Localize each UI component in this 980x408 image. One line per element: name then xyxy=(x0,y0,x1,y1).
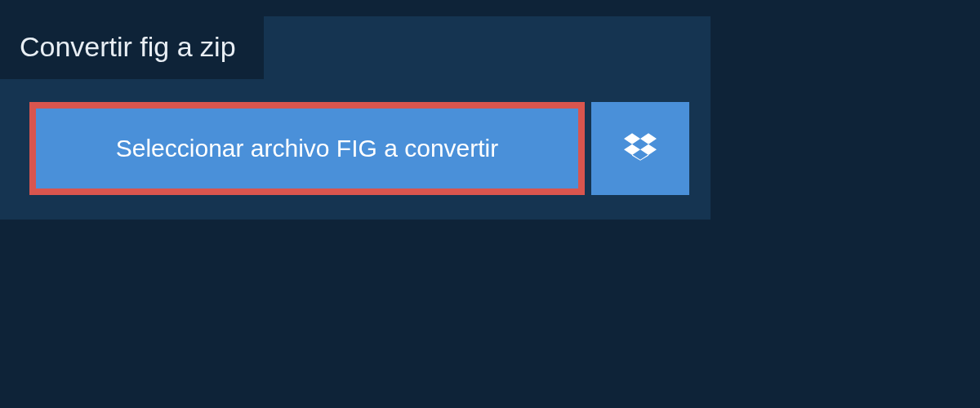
dropbox-icon xyxy=(624,131,657,166)
select-file-button[interactable]: Seleccionar archivo FIG a convertir xyxy=(29,102,585,195)
converter-card: Convertir fig a zip Seleccionar archivo … xyxy=(0,16,710,220)
dropbox-button[interactable] xyxy=(591,102,689,195)
button-row: Seleccionar archivo FIG a convertir xyxy=(29,102,691,195)
tab-title-label: Convertir fig a zip xyxy=(20,31,236,62)
tab-title: Convertir fig a zip xyxy=(0,16,264,79)
select-file-label: Seleccionar archivo FIG a convertir xyxy=(116,135,499,162)
